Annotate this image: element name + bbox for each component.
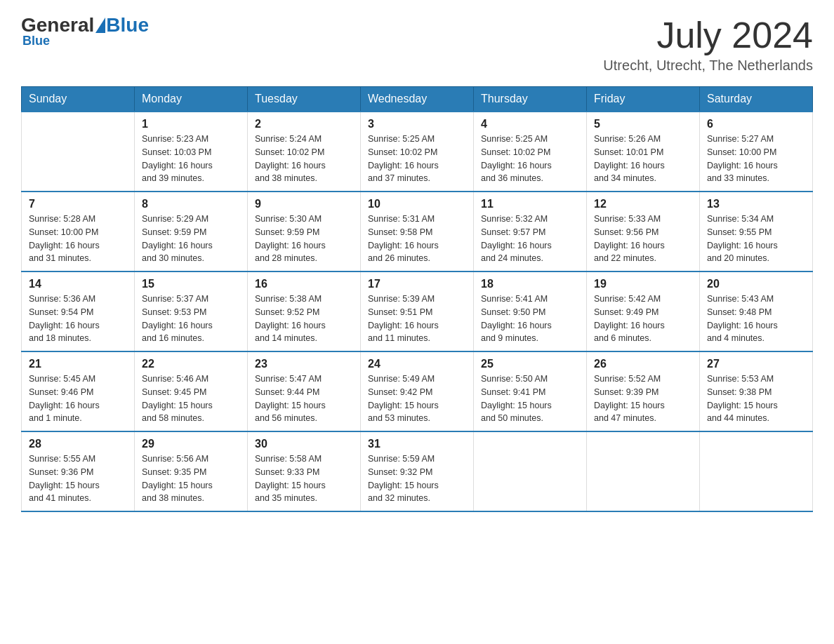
day-info: Sunrise: 5:28 AM Sunset: 10:00 PM Daylig…	[29, 213, 127, 265]
calendar-cell: 23Sunrise: 5:47 AM Sunset: 9:44 PM Dayli…	[248, 351, 361, 431]
logo-subtitle: Blue	[22, 34, 50, 48]
day-info: Sunrise: 5:25 AM Sunset: 10:02 PM Daylig…	[368, 133, 466, 185]
day-number: 6	[707, 118, 805, 130]
day-number: 24	[368, 358, 466, 370]
calendar-cell: 31Sunrise: 5:59 AM Sunset: 9:32 PM Dayli…	[361, 431, 474, 511]
day-number: 8	[142, 198, 240, 210]
calendar-cell: 22Sunrise: 5:46 AM Sunset: 9:45 PM Dayli…	[135, 351, 248, 431]
day-info: Sunrise: 5:34 AM Sunset: 9:55 PM Dayligh…	[707, 213, 805, 265]
day-number: 4	[481, 118, 579, 130]
calendar-week-row: 1Sunrise: 5:23 AM Sunset: 10:03 PM Dayli…	[22, 112, 813, 192]
day-info: Sunrise: 5:52 AM Sunset: 9:39 PM Dayligh…	[594, 373, 692, 425]
day-number: 25	[481, 358, 579, 370]
day-number: 20	[707, 278, 805, 290]
logo: General Blue Blue	[21, 14, 149, 48]
calendar-cell: 16Sunrise: 5:38 AM Sunset: 9:52 PM Dayli…	[248, 271, 361, 351]
day-info: Sunrise: 5:53 AM Sunset: 9:38 PM Dayligh…	[707, 373, 805, 425]
weekday-header-friday: Friday	[587, 87, 700, 112]
logo-triangle-icon	[95, 18, 105, 33]
day-number: 23	[255, 358, 353, 370]
day-number: 16	[255, 278, 353, 290]
day-info: Sunrise: 5:55 AM Sunset: 9:36 PM Dayligh…	[29, 452, 127, 505]
calendar-cell: 13Sunrise: 5:34 AM Sunset: 9:55 PM Dayli…	[700, 192, 813, 271]
calendar-cell: 25Sunrise: 5:50 AM Sunset: 9:41 PM Dayli…	[474, 351, 587, 431]
calendar-cell: 5Sunrise: 5:26 AM Sunset: 10:01 PM Dayli…	[587, 112, 700, 192]
calendar-cell: 3Sunrise: 5:25 AM Sunset: 10:02 PM Dayli…	[361, 112, 474, 192]
weekday-header-wednesday: Wednesday	[361, 87, 474, 112]
calendar-cell: 27Sunrise: 5:53 AM Sunset: 9:38 PM Dayli…	[700, 351, 813, 431]
day-number: 2	[255, 118, 353, 130]
calendar-cell	[474, 431, 587, 511]
calendar-cell	[22, 112, 135, 192]
calendar-table: SundayMondayTuesdayWednesdayThursdayFrid…	[21, 86, 813, 512]
day-number: 13	[707, 198, 805, 210]
day-info: Sunrise: 5:25 AM Sunset: 10:02 PM Daylig…	[481, 133, 579, 185]
calendar-cell: 12Sunrise: 5:33 AM Sunset: 9:56 PM Dayli…	[587, 192, 700, 271]
day-number: 14	[29, 278, 127, 290]
calendar-cell: 14Sunrise: 5:36 AM Sunset: 9:54 PM Dayli…	[22, 271, 135, 351]
day-info: Sunrise: 5:26 AM Sunset: 10:01 PM Daylig…	[594, 133, 692, 185]
day-info: Sunrise: 5:58 AM Sunset: 9:33 PM Dayligh…	[255, 452, 353, 505]
title-block: July 2024 Utrecht, Utrecht, The Netherla…	[603, 14, 813, 74]
calendar-cell: 15Sunrise: 5:37 AM Sunset: 9:53 PM Dayli…	[135, 271, 248, 351]
calendar-cell: 1Sunrise: 5:23 AM Sunset: 10:03 PM Dayli…	[135, 112, 248, 192]
day-info: Sunrise: 5:50 AM Sunset: 9:41 PM Dayligh…	[481, 373, 579, 425]
location-subtitle: Utrecht, Utrecht, The Netherlands	[603, 58, 813, 74]
calendar-cell: 29Sunrise: 5:56 AM Sunset: 9:35 PM Dayli…	[135, 431, 248, 511]
calendar-cell: 4Sunrise: 5:25 AM Sunset: 10:02 PM Dayli…	[474, 112, 587, 192]
weekday-header-tuesday: Tuesday	[248, 87, 361, 112]
day-info: Sunrise: 5:27 AM Sunset: 10:00 PM Daylig…	[707, 133, 805, 185]
day-number: 17	[368, 278, 466, 290]
day-info: Sunrise: 5:32 AM Sunset: 9:57 PM Dayligh…	[481, 213, 579, 265]
weekday-header-monday: Monday	[135, 87, 248, 112]
day-info: Sunrise: 5:29 AM Sunset: 9:59 PM Dayligh…	[142, 213, 240, 265]
calendar-cell: 6Sunrise: 5:27 AM Sunset: 10:00 PM Dayli…	[700, 112, 813, 192]
calendar-week-row: 28Sunrise: 5:55 AM Sunset: 9:36 PM Dayli…	[22, 431, 813, 511]
calendar-cell: 24Sunrise: 5:49 AM Sunset: 9:42 PM Dayli…	[361, 351, 474, 431]
day-number: 19	[594, 278, 692, 290]
calendar-week-row: 21Sunrise: 5:45 AM Sunset: 9:46 PM Dayli…	[22, 351, 813, 431]
day-info: Sunrise: 5:36 AM Sunset: 9:54 PM Dayligh…	[29, 293, 127, 345]
day-number: 27	[707, 358, 805, 370]
day-number: 3	[368, 118, 466, 130]
weekday-header-saturday: Saturday	[700, 87, 813, 112]
calendar-cell: 21Sunrise: 5:45 AM Sunset: 9:46 PM Dayli…	[22, 351, 135, 431]
day-number: 28	[29, 438, 127, 450]
calendar-cell: 28Sunrise: 5:55 AM Sunset: 9:36 PM Dayli…	[22, 431, 135, 511]
calendar-week-row: 14Sunrise: 5:36 AM Sunset: 9:54 PM Dayli…	[22, 271, 813, 351]
day-info: Sunrise: 5:47 AM Sunset: 9:44 PM Dayligh…	[255, 373, 353, 425]
calendar-cell: 10Sunrise: 5:31 AM Sunset: 9:58 PM Dayli…	[361, 192, 474, 271]
day-number: 30	[255, 438, 353, 450]
day-info: Sunrise: 5:39 AM Sunset: 9:51 PM Dayligh…	[368, 293, 466, 345]
calendar-header-row: SundayMondayTuesdayWednesdayThursdayFrid…	[22, 87, 813, 112]
calendar-cell: 26Sunrise: 5:52 AM Sunset: 9:39 PM Dayli…	[587, 351, 700, 431]
logo-blue-text: Blue	[106, 14, 149, 36]
day-info: Sunrise: 5:42 AM Sunset: 9:49 PM Dayligh…	[594, 293, 692, 345]
day-info: Sunrise: 5:59 AM Sunset: 9:32 PM Dayligh…	[368, 452, 466, 505]
calendar-cell: 9Sunrise: 5:30 AM Sunset: 9:59 PM Daylig…	[248, 192, 361, 271]
day-info: Sunrise: 5:31 AM Sunset: 9:58 PM Dayligh…	[368, 213, 466, 265]
day-number: 26	[594, 358, 692, 370]
calendar-cell: 8Sunrise: 5:29 AM Sunset: 9:59 PM Daylig…	[135, 192, 248, 271]
day-info: Sunrise: 5:38 AM Sunset: 9:52 PM Dayligh…	[255, 293, 353, 345]
page-header: General Blue Blue July 2024 Utrecht, Utr…	[21, 14, 813, 74]
day-info: Sunrise: 5:33 AM Sunset: 9:56 PM Dayligh…	[594, 213, 692, 265]
day-info: Sunrise: 5:24 AM Sunset: 10:02 PM Daylig…	[255, 133, 353, 185]
day-number: 1	[142, 118, 240, 130]
calendar-cell: 20Sunrise: 5:43 AM Sunset: 9:48 PM Dayli…	[700, 271, 813, 351]
calendar-cell: 19Sunrise: 5:42 AM Sunset: 9:49 PM Dayli…	[587, 271, 700, 351]
day-number: 10	[368, 198, 466, 210]
day-info: Sunrise: 5:23 AM Sunset: 10:03 PM Daylig…	[142, 133, 240, 185]
day-info: Sunrise: 5:56 AM Sunset: 9:35 PM Dayligh…	[142, 452, 240, 505]
day-number: 21	[29, 358, 127, 370]
calendar-cell: 30Sunrise: 5:58 AM Sunset: 9:33 PM Dayli…	[248, 431, 361, 511]
calendar-week-row: 7Sunrise: 5:28 AM Sunset: 10:00 PM Dayli…	[22, 192, 813, 271]
day-number: 7	[29, 198, 127, 210]
calendar-cell	[700, 431, 813, 511]
day-info: Sunrise: 5:45 AM Sunset: 9:46 PM Dayligh…	[29, 373, 127, 425]
weekday-header-sunday: Sunday	[22, 87, 135, 112]
day-number: 12	[594, 198, 692, 210]
day-number: 31	[368, 438, 466, 450]
day-number: 11	[481, 198, 579, 210]
day-info: Sunrise: 5:37 AM Sunset: 9:53 PM Dayligh…	[142, 293, 240, 345]
